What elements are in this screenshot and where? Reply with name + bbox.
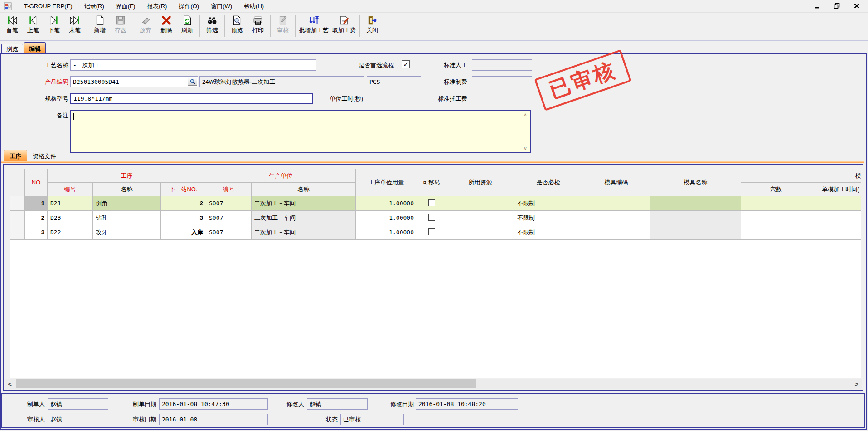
cell-mold-name[interactable] [650,211,741,225]
cell-must-check[interactable]: 不限制 [514,225,582,240]
horizontal-scrollbar[interactable]: < > [5,379,862,389]
header-process-name: 名称 [93,183,161,196]
next-record-icon [48,15,60,26]
header-process-code: 编号 [48,183,93,196]
cell-process-name[interactable]: 倒角 [93,196,161,211]
scroll-up-icon[interactable]: ∧ [522,111,529,118]
tab-process[interactable]: 工序 [4,150,27,161]
get-process-fee-button[interactable]: 取加工费 [330,14,358,35]
preview-button[interactable]: 预览 [227,14,247,35]
cell-process-code[interactable]: D22 [48,225,93,240]
movable-checkbox[interactable] [428,199,435,206]
menu-item-interface[interactable]: 界面(F) [110,0,141,12]
menu-item-window[interactable]: 窗口(W) [205,0,238,12]
discard-button[interactable]: 放弃 [135,14,156,35]
cell-unit-name[interactable]: 二次加工－车间 [252,211,356,225]
cell-mold-code[interactable] [582,196,650,211]
cell-no[interactable]: 2 [25,211,48,225]
print-button[interactable]: 打印 [247,14,268,35]
next-record-button[interactable]: 下笔 [44,14,64,35]
cell-no[interactable]: 1 [25,196,48,211]
preferred-flow-checkbox[interactable]: ✓ [402,60,410,68]
cell-process-name[interactable]: 钻孔 [93,211,161,225]
cell-no[interactable]: 3 [25,225,48,240]
product-code-input[interactable]: D250130005D41 [70,76,198,87]
cell-mold-time[interactable] [811,225,862,240]
cell-mold-time[interactable] [811,196,862,211]
first-record-button[interactable]: 首笔 [2,14,23,35]
cell-process-code[interactable]: D23 [48,211,93,225]
menu-item-operation[interactable]: 操作(O) [173,0,205,12]
new-record-button[interactable]: 新增 [89,14,110,35]
row-indicator[interactable] [10,225,25,240]
row-indicator[interactable] [10,211,25,225]
minimize-icon[interactable] [812,1,822,10]
cell-mold-name[interactable] [650,225,741,240]
last-record-button[interactable]: 末笔 [64,14,85,35]
prev-record-button[interactable]: 上笔 [23,14,44,35]
spec-input[interactable]: 119.8*117mm [70,93,313,104]
menu-item-help[interactable]: 帮助(H) [238,0,270,12]
cell-unit-code[interactable]: S007 [206,211,252,225]
cell-resource[interactable] [446,196,514,211]
main-tab-bar: 浏览 编辑 [1,42,47,54]
scroll-down-icon[interactable]: ∨ [522,145,529,151]
cell-unit-name[interactable]: 二次加工－车间 [252,225,356,240]
product-lookup-button[interactable] [188,77,197,86]
scroll-left-icon[interactable]: < [5,379,15,389]
cell-process-name[interactable]: 攻牙 [93,225,161,240]
tab-strip [1,161,864,163]
scroll-right-icon[interactable]: > [852,379,862,389]
cell-unit-qty[interactable]: 1.00000 [356,211,417,225]
cell-next-station[interactable]: 入库 [161,225,206,240]
cell-must-check[interactable]: 不限制 [514,211,582,225]
cell-unit-qty[interactable]: 1.00000 [356,225,417,240]
audit-info-panel: 制单人 赵镇 制单日期 2016-01-08 10:47:30 修改人 赵镇 修… [1,393,865,428]
filter-icon [206,15,218,26]
header-cavity: 穴数 [741,183,811,196]
cell-next-station[interactable]: 2 [161,196,206,211]
delete-button[interactable]: 删除 [156,14,177,35]
cell-unit-code[interactable]: S007 [206,225,252,240]
cell-mold-code[interactable] [582,225,650,240]
cell-cavity[interactable] [741,196,811,211]
movable-checkbox[interactable] [428,214,435,221]
scrollbar-thumb[interactable] [16,379,476,388]
cell-movable[interactable] [417,196,446,211]
menu-item-record[interactable]: 记录(R) [78,0,110,12]
cell-movable[interactable] [417,211,446,225]
batch-add-process-button[interactable]: 批增加工艺 [297,14,330,35]
save-button[interactable]: 存盘 [110,14,131,35]
cell-next-station[interactable]: 3 [161,211,206,225]
cell-mold-code[interactable] [582,211,650,225]
filter-button[interactable]: 筛选 [202,14,223,35]
refresh-button[interactable]: 刷新 [177,14,198,35]
remark-textarea[interactable]: ∧ ∨ [70,110,531,153]
row-indicator[interactable] [10,196,25,211]
cell-cavity[interactable] [741,225,811,240]
cell-unit-code[interactable]: S007 [206,196,252,211]
close-window-button[interactable]: 关闭 [362,14,383,35]
audit-button[interactable]: 审核 [272,14,293,35]
cell-cavity[interactable] [741,211,811,225]
cell-unit-qty[interactable]: 1.00000 [356,196,417,211]
movable-checkbox[interactable] [428,228,435,235]
tab-edit[interactable]: 编辑 [24,42,46,54]
close-icon[interactable] [852,1,862,10]
cell-mold-time[interactable] [811,211,862,225]
cell-mold-name[interactable] [650,196,741,211]
cell-movable[interactable] [417,225,446,240]
cell-resource[interactable] [446,211,514,225]
tab-qualification[interactable]: 资格文件 [27,151,62,161]
std-outsource-fee-field [472,93,532,104]
restore-icon[interactable] [832,1,842,10]
cell-unit-name[interactable]: 二次加工－车间 [252,196,356,211]
process-name-input[interactable]: -二次加工 [70,59,316,71]
menu-item-tgroup-erp[interactable]: T-GROUP ERP(E) [18,1,78,11]
magnifier-icon [189,78,196,85]
cell-resource[interactable] [446,225,514,240]
cell-process-code[interactable]: D21 [48,196,93,211]
tab-browse[interactable]: 浏览 [1,44,23,54]
cell-must-check[interactable]: 不限制 [514,196,582,211]
menu-item-report[interactable]: 报表(R) [141,0,173,12]
